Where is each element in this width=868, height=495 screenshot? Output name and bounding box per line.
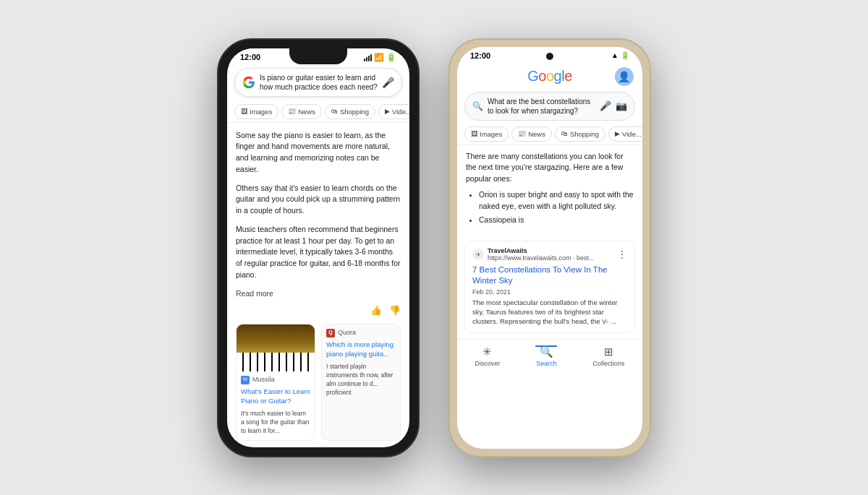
discover-icon: ✳ bbox=[482, 345, 492, 358]
signal-icon-2: ▲ bbox=[611, 51, 618, 59]
constellation-content: There are many constellations you can lo… bbox=[457, 145, 642, 236]
mic-icon-1[interactable]: 🎤 bbox=[382, 77, 394, 88]
video-icon-2: ▶ bbox=[615, 130, 620, 137]
card2-source-name: Quora bbox=[338, 328, 356, 338]
card-piano-img bbox=[237, 324, 315, 371]
content-para1: Some say the piano is easier to learn, a… bbox=[236, 130, 401, 176]
bullet-list: Orion is super bright and easy to spot w… bbox=[466, 189, 634, 226]
news-icon-2: 📰 bbox=[518, 130, 526, 137]
images-icon-1: 🖼 bbox=[241, 108, 247, 115]
quora-icon: Q bbox=[326, 329, 335, 337]
content-area-1: Some say the piano is easier to learn, a… bbox=[227, 123, 409, 447]
piano-keys-visual bbox=[237, 324, 315, 371]
camera-dot bbox=[546, 53, 553, 60]
tab-video-label-2: Vide... bbox=[622, 130, 642, 138]
card1-title: What's Easier to Learn Piano or Guitar? bbox=[237, 386, 315, 408]
card1-source: M Mussila bbox=[237, 371, 315, 387]
three-dot-menu[interactable]: ⋮ bbox=[617, 249, 627, 260]
status-icons-2: ▲ 🔋 bbox=[611, 51, 629, 59]
phone2-inner: 12:00 ▲ 🔋 Google 👤 🔍 What are the best c… bbox=[457, 47, 642, 449]
card-piano[interactable]: M Mussila What's Easier to Learn Piano o… bbox=[236, 324, 315, 441]
card2-source: Q Quora bbox=[322, 324, 400, 340]
tab-images-label-2: Images bbox=[480, 130, 502, 138]
video-icon-1: ▶ bbox=[385, 108, 390, 115]
signal-bars-1 bbox=[364, 53, 372, 61]
nav-search[interactable]: 🔍 Search bbox=[535, 345, 557, 367]
collections-icon: ⊞ bbox=[604, 345, 613, 358]
content-para2: Others say that it's easier to learn cho… bbox=[236, 183, 401, 217]
phone1-inner: 12:00 📶 🔋 bbox=[227, 48, 409, 447]
bar1 bbox=[364, 59, 365, 61]
web-result-title: 7 Best Constellations To View In The Win… bbox=[472, 264, 627, 286]
nav-collections[interactable]: ⊞ Collections bbox=[592, 345, 624, 367]
cards-row-1: M Mussila What's Easier to Learn Piano o… bbox=[236, 324, 401, 441]
content-para3: Music teachers often recommend that begi… bbox=[236, 224, 401, 281]
nav-discover-label: Discover bbox=[475, 360, 500, 367]
battery-icon-1: 🔋 bbox=[386, 53, 396, 62]
bullet-2: Cassiopeia is bbox=[479, 215, 634, 226]
phone1: 12:00 📶 🔋 bbox=[217, 38, 420, 457]
card1-desc: It's much easier to learn a song for the… bbox=[237, 408, 315, 440]
shopping-icon-2: 🛍 bbox=[561, 130, 568, 137]
search-bar-2[interactable]: 🔍 What are the best constellations to lo… bbox=[464, 92, 635, 121]
ai-intro: There are many constellations you can lo… bbox=[466, 151, 634, 185]
google-logo: Google bbox=[527, 68, 572, 85]
tab-video-2[interactable]: ▶ Vide... bbox=[608, 126, 642, 142]
web-source: ✈ TravelAwaits https://www.travelawaits.… bbox=[472, 247, 595, 262]
time-1: 12:00 bbox=[240, 53, 260, 61]
google-g-logo-1 bbox=[242, 76, 255, 89]
user-avatar[interactable]: 👤 bbox=[615, 67, 634, 86]
tab-images-label-1: Images bbox=[250, 108, 272, 116]
web-domain-name: TravelAwaits bbox=[488, 247, 595, 254]
tab-news-label-2: News bbox=[528, 130, 545, 138]
tabs-1: 🖼 Images 📰 News 🛍 Shopping ▶ Vide... bbox=[227, 101, 409, 123]
tab-news-1[interactable]: 📰 News bbox=[281, 104, 322, 119]
search-bar-1[interactable]: Is piano or guitar easier to learn and h… bbox=[234, 68, 402, 97]
tab-shopping-1[interactable]: 🛍 Shopping bbox=[325, 104, 375, 119]
bar2 bbox=[366, 57, 367, 61]
search-nav-icon: 🔍 bbox=[540, 345, 553, 358]
shopping-icon-1: 🛍 bbox=[331, 108, 338, 115]
notch bbox=[289, 48, 347, 64]
search-icons-2: 🎤 📷 bbox=[600, 100, 627, 111]
search-text-1: Is piano or guitar easier to learn and h… bbox=[260, 73, 378, 92]
tab-images-1[interactable]: 🖼 Images bbox=[234, 104, 278, 119]
battery-icon-2: 🔋 bbox=[621, 51, 629, 59]
tab-video-1[interactable]: ▶ Vide... bbox=[378, 104, 409, 119]
card2-title: Which is more playing piano playing guit… bbox=[322, 339, 400, 361]
web-result-date: Feb 20, 2021 bbox=[472, 288, 627, 296]
status-icons-1: 📶 🔋 bbox=[364, 53, 396, 62]
web-result-header: ✈ TravelAwaits https://www.travelawaits.… bbox=[472, 247, 627, 262]
tab-shopping-label-1: Shopping bbox=[340, 108, 369, 116]
mic-icon-2[interactable]: 🎤 bbox=[600, 100, 611, 111]
search-icon-2: 🔍 bbox=[472, 101, 483, 111]
camera-icon-2[interactable]: 📷 bbox=[616, 100, 627, 111]
thumbs-up-icon[interactable]: 👍 bbox=[370, 304, 382, 318]
nav-collections-label: Collections bbox=[592, 360, 624, 367]
time-2: 12:00 bbox=[470, 51, 490, 60]
tab-shopping-label-2: Shopping bbox=[570, 130, 599, 138]
bottom-nav: ✳ Discover 🔍 Search ⊞ Collections bbox=[457, 339, 642, 374]
tab-video-label-1: Vide... bbox=[392, 108, 409, 116]
bar4 bbox=[370, 54, 372, 61]
wifi-icon-1: 📶 bbox=[374, 53, 384, 62]
thumb-icons: 👍 👎 bbox=[236, 304, 401, 318]
tab-news-2[interactable]: 📰 News bbox=[511, 126, 552, 142]
tab-shopping-2[interactable]: 🛍 Shopping bbox=[555, 126, 605, 142]
thumbs-down-icon[interactable]: 👎 bbox=[389, 304, 401, 318]
scene: 12:00 📶 🔋 bbox=[203, 24, 665, 472]
tab-images-2[interactable]: 🖼 Images bbox=[464, 126, 509, 142]
web-favicon: ✈ bbox=[472, 249, 484, 260]
tabs-2: 🖼 Images 📰 News 🛍 Shopping ▶ Vide... bbox=[457, 124, 642, 145]
read-more-1[interactable]: Read more bbox=[236, 288, 401, 300]
web-result[interactable]: ✈ TravelAwaits https://www.travelawaits.… bbox=[464, 241, 635, 333]
news-icon-1: 📰 bbox=[288, 108, 296, 115]
card-quora[interactable]: Q Quora Which is more playing piano play… bbox=[321, 324, 401, 441]
google-header: Google 👤 bbox=[457, 61, 642, 89]
phone2: 12:00 ▲ 🔋 Google 👤 🔍 What are the best c… bbox=[448, 38, 651, 457]
card1-source-name: Mussila bbox=[252, 375, 275, 385]
web-result-snippet: The most spectacular constellation of th… bbox=[472, 298, 627, 327]
bar3 bbox=[368, 56, 370, 61]
nav-discover[interactable]: ✳ Discover bbox=[475, 345, 500, 367]
nav-search-label: Search bbox=[536, 360, 557, 367]
